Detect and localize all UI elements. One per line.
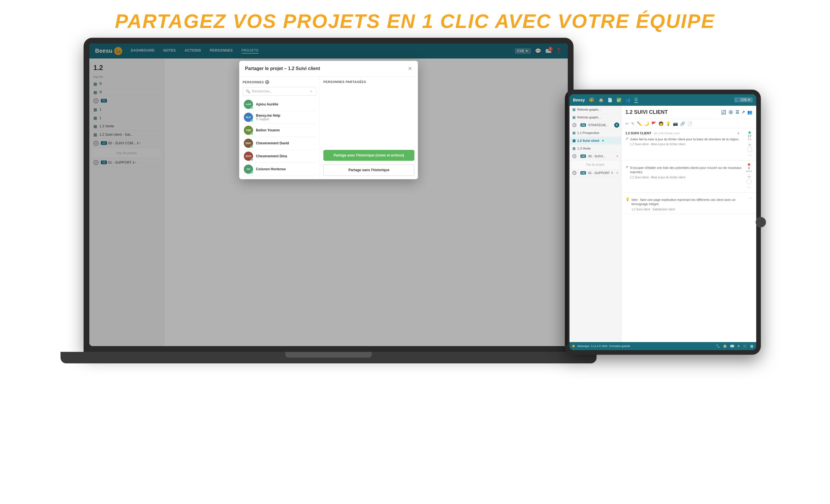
sidebar-item-strategie[interactable]: ⊙ [5] STRATÉGIE... ▾ bbox=[570, 121, 621, 129]
avatar-aap: AAP bbox=[244, 100, 253, 109]
status-dot bbox=[251, 146, 253, 148]
more-options-icon[interactable]: ··· bbox=[747, 185, 751, 189]
search-clear-icon[interactable]: ✕ bbox=[310, 89, 313, 94]
share-modal: Partager le projet – 1.2 Suivi client ✕ … bbox=[239, 61, 418, 179]
note-icon-camera[interactable]: 📷 bbox=[673, 121, 678, 126]
sidebar-label: STRATÉGIE... bbox=[588, 123, 609, 127]
note-content-2: S'occuper d'établir une liste des potent… bbox=[630, 166, 743, 175]
footer-icon-3[interactable]: ✉️ bbox=[730, 344, 734, 348]
avatar-initials: YBE bbox=[246, 129, 251, 132]
avatar-ch: CH bbox=[244, 164, 253, 174]
avatar-initials: DCH bbox=[246, 155, 251, 158]
sidebar-label: Refonte graphi... bbox=[577, 116, 601, 119]
footer-icon-1[interactable]: 🔧 bbox=[715, 344, 720, 348]
sidebar-label: 01 - SUPPORT bbox=[588, 171, 610, 175]
add-button[interactable]: + bbox=[614, 123, 619, 128]
note-icon-pencil[interactable]: ✏️ bbox=[637, 121, 642, 126]
grid-icon: ▦ bbox=[572, 147, 576, 150]
refresh-icon[interactable]: 🔄 bbox=[721, 110, 726, 115]
share-history-button[interactable]: Partage avec l'historique (notes et acti… bbox=[323, 150, 414, 161]
note-meta-2: 6 AOÛT — JSI ··· bbox=[746, 163, 752, 189]
laptop-screen: Beesu DASHBOARD NOTES ACTIONS PERSONNES … bbox=[89, 43, 568, 346]
person-item-hlp[interactable]: HLP Beesy.me Help IT Support bbox=[243, 111, 316, 124]
bee-icon-tablet: 🐝 bbox=[589, 97, 595, 103]
people-icon[interactable]: 👥 bbox=[747, 110, 752, 115]
status-dot bbox=[251, 120, 253, 122]
sidebar-item-vente[interactable]: ▦ 1.3 Vente bbox=[570, 145, 621, 152]
help-question-icon[interactable]: ? bbox=[265, 80, 269, 84]
avatar-ybe: YBE bbox=[244, 126, 253, 135]
tablet-content: ▦ Refonte graphi... ▦ Refonte graphi... … bbox=[570, 106, 756, 342]
action-arrow-icon: ↗ bbox=[626, 165, 628, 169]
more-options-icon[interactable]: ··· bbox=[748, 153, 751, 157]
note-icon-flag[interactable]: 🚩 bbox=[651, 121, 656, 126]
sidebar-label: Refonte graphi... bbox=[577, 108, 601, 111]
filter-icon[interactable]: ⚙️ bbox=[728, 110, 733, 115]
tablet-project-header: 1.2 SUIVI CLIENT 🔄 ⚙️ ☰ ↗ 👥 bbox=[621, 106, 756, 119]
sidebar-item-0[interactable]: ▦ Refonte graphi... bbox=[570, 106, 621, 114]
grid-icon: ▦ bbox=[572, 131, 576, 135]
person-item-dch[interactable]: DCH Chevenement Dina bbox=[243, 150, 316, 163]
check-icon-tablet[interactable]: ✅ bbox=[616, 98, 621, 102]
person-name: Coisnon Hortense bbox=[256, 167, 286, 171]
sidebar-item-1[interactable]: ▦ Refonte graphi... bbox=[570, 114, 621, 121]
sidebar-label: 1.1 Prospection bbox=[577, 131, 599, 134]
note-icon-person[interactable]: 🧑 bbox=[659, 121, 663, 126]
tablet-toolbar: 🔄 ⚙️ ☰ ↗ 👥 bbox=[721, 110, 752, 115]
sidebar-item-01[interactable]: ⊙ [4] 01 - SUPPORT ℹ ▾ bbox=[570, 169, 621, 177]
sidebar-item-suivi[interactable]: ▦ 1.2 Suivi client bbox=[570, 137, 621, 145]
date-display: 17 JUL — JSI bbox=[747, 134, 752, 147]
note-icon-bulb[interactable]: 💡 bbox=[666, 121, 671, 126]
modal-body: PERSONNES ? 🔍 Rechercher... ✕ bbox=[239, 77, 418, 179]
person-item-ch[interactable]: CH Coisnon Hortense bbox=[243, 163, 316, 176]
note-content-3: Idée : faire une page explicative repren… bbox=[632, 198, 746, 207]
shared-header: PERSONNES PARTAGÉES bbox=[323, 80, 414, 84]
share-icon[interactable]: ↗ bbox=[741, 110, 745, 115]
note-sub-3: 1.2 Suivi client - Satisfaction client bbox=[632, 208, 746, 211]
note-sub-2: 1.2 Suivi client - Mise à jour du fichie… bbox=[630, 176, 743, 179]
person-item-aap[interactable]: AAP Apiou Aurélie bbox=[243, 98, 316, 111]
sidebar-item-00[interactable]: ⊙ [4] 00 - SUIVI... ▾ bbox=[570, 152, 621, 160]
date-display-2: 6 AOÛT — JSI bbox=[746, 166, 752, 178]
people-icon-tablet[interactable]: 👥 bbox=[626, 98, 630, 102]
laptop-base bbox=[61, 352, 597, 364]
avatar-hlp: HLP bbox=[244, 113, 253, 122]
modal-title: Partager le projet – 1.2 Suivi client bbox=[245, 66, 320, 71]
list-view-icon[interactable]: ☰ bbox=[735, 110, 739, 115]
cve-btn-tablet[interactable]: 👤 CVE ▼ bbox=[734, 97, 753, 102]
person-item-ddc[interactable]: DDC Chevenement David bbox=[243, 137, 316, 150]
more-options-icon[interactable]: ··· bbox=[749, 196, 752, 200]
note-icon-moon[interactable]: 🌙 bbox=[644, 121, 649, 126]
note-icon-link[interactable]: 🔗 bbox=[680, 121, 685, 126]
status-dot bbox=[251, 106, 253, 109]
avatar-initials: DDC bbox=[246, 142, 251, 145]
note-icon-doc[interactable]: 📄 bbox=[687, 121, 692, 126]
tablet-home-button[interactable] bbox=[756, 217, 766, 227]
document-icon-tablet[interactable]: 📄 bbox=[608, 98, 612, 102]
person-item-ybe[interactable]: YBE Bellon Youenn bbox=[243, 124, 316, 137]
footer-icon-5[interactable]: 🛒 bbox=[743, 344, 747, 348]
sidebar-item-prospection[interactable]: ▦ 1.1 Prospection bbox=[570, 129, 621, 137]
person-name: Beesy.me Help bbox=[256, 114, 280, 118]
person-name: Chevenement David bbox=[256, 141, 289, 145]
sidebar-label: 00 - SUIVI... bbox=[588, 154, 606, 158]
person-info: Chevenement David bbox=[256, 141, 289, 145]
chevron-down-icon: ▾ bbox=[616, 171, 618, 175]
share-no-history-button[interactable]: Partage sans l'historique bbox=[323, 164, 414, 176]
no-projects-tablet: Pas de projets bbox=[571, 161, 619, 168]
modal-close-button[interactable]: ✕ bbox=[408, 65, 412, 72]
note-item-2: ↗ S'occuper d'établir une liste des pote… bbox=[621, 160, 756, 192]
note-icon-type1[interactable]: ↩ bbox=[626, 121, 629, 126]
list-icon-tablet[interactable]: ☰ bbox=[634, 97, 638, 103]
footer-left: BeesApps 5.11.4 © 2020 Formation gratuit… bbox=[572, 345, 630, 348]
dashboard-icon-tablet[interactable]: 🏠 bbox=[599, 98, 604, 102]
footer-icon-4[interactable]: ✕ bbox=[737, 344, 740, 348]
note-icon-type2[interactable]: ✎ bbox=[631, 121, 635, 126]
footer-icon-6[interactable]: ▦ bbox=[750, 344, 753, 348]
tablet-brand: Beesy bbox=[573, 98, 585, 102]
search-placeholder: Rechercher... bbox=[252, 89, 272, 93]
person-info: Coisnon Hortense bbox=[256, 167, 286, 171]
note-meta-1: 17 JUL — JSI ··· bbox=[747, 131, 752, 157]
footer-icon-2[interactable]: 🏠 bbox=[723, 344, 727, 348]
person-name: Chevenement Dina bbox=[256, 154, 287, 158]
